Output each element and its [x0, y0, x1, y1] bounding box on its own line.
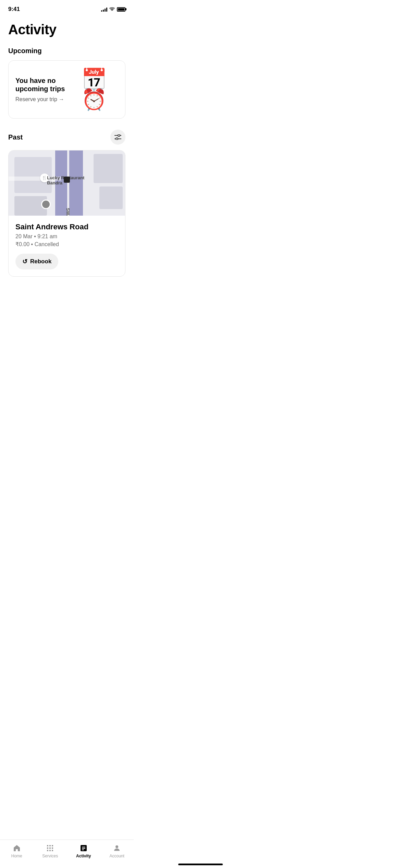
- rebook-icon: ↺: [22, 258, 27, 265]
- main-content: Activity Upcoming You have no upcoming t…: [0, 16, 134, 318]
- svg-point-3: [116, 138, 118, 140]
- status-time: 9:41: [8, 6, 20, 13]
- upcoming-section-label: Upcoming: [8, 47, 125, 55]
- trip-map: 🍴 Lucky RestaurantBandra SWA: [9, 150, 125, 216]
- filter-button[interactable]: [110, 130, 125, 145]
- upcoming-card: You have no upcoming trips Reserve your …: [8, 60, 125, 119]
- trip-card: 🍴 Lucky RestaurantBandra SWA Saint Andre…: [8, 150, 125, 277]
- road-label: SWA: [65, 208, 71, 216]
- past-header: Past: [8, 130, 125, 145]
- status-bar: 9:41: [0, 0, 134, 16]
- rebook-label: Rebook: [30, 258, 51, 265]
- signal-icon: [101, 7, 107, 12]
- svg-point-1: [118, 134, 120, 136]
- pickup-dot: [41, 200, 51, 209]
- destination-pin: [64, 177, 70, 183]
- no-trips-title: You have no upcoming trips: [15, 76, 81, 93]
- calendar-clock-emoji: 📅⏰: [81, 69, 118, 110]
- status-icons: [101, 7, 125, 12]
- battery-icon: [117, 7, 125, 12]
- page-title: Activity: [8, 22, 125, 37]
- trip-status: ₹0.00 • Cancelled: [15, 241, 118, 248]
- upcoming-card-text: You have no upcoming trips Reserve your …: [15, 76, 81, 103]
- reserve-trip-link[interactable]: Reserve your trip →: [15, 96, 81, 103]
- trip-date: 20 Mar • 9:21 am: [15, 233, 118, 240]
- trip-info: Saint Andrews Road 20 Mar • 9:21 am ₹0.0…: [9, 216, 125, 276]
- rebook-button[interactable]: ↺ Rebook: [15, 254, 58, 269]
- filter-icon: [114, 134, 121, 140]
- trip-title: Saint Andrews Road: [15, 222, 118, 231]
- wifi-icon: [109, 7, 115, 11]
- past-section-label: Past: [8, 133, 23, 141]
